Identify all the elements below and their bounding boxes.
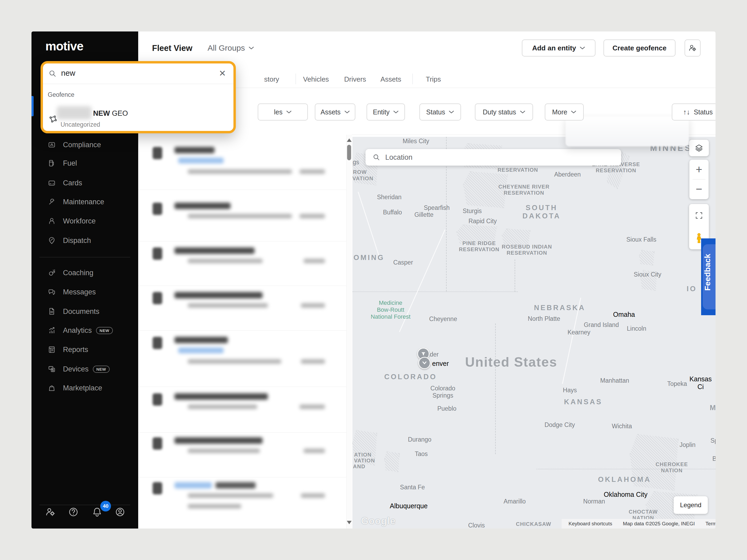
sidebar-item-workforce[interactable]: Workforce [31,213,138,229]
sidebar-item-documents[interactable]: Documents [31,303,138,320]
map-label: Aberdeen [554,171,581,178]
map-label: Sturgis [463,208,482,215]
map-label: Omaha [613,311,635,318]
search-query-text[interactable]: new [61,69,75,78]
sidebar-item-devices[interactable]: DevicesNEW [31,361,138,377]
list-item-address [188,449,260,453]
group-selector[interactable]: All Groups [208,44,254,53]
map-location-search[interactable]: Location [365,149,621,166]
keyboard-shortcuts-link[interactable]: Keyboard shortcuts [568,521,612,527]
sidebar-item-compliance[interactable]: Compliance [31,136,138,153]
map-label: Rapid City [468,218,497,225]
list-item-link[interactable] [178,158,224,163]
help-icon[interactable] [68,507,79,517]
chevron-down-icon [571,110,576,114]
legend-button[interactable]: Legend [674,496,708,514]
tab-trips[interactable]: Trips [426,75,441,83]
filter-status[interactable]: Status [419,104,461,121]
map-label: Hays [563,387,577,394]
zoom-out-button[interactable]: − [689,179,709,199]
close-icon[interactable]: ✕ [219,68,226,78]
filter-label: Assets [320,108,340,116]
chevron-down-icon [580,46,585,50]
user-gear-icon [688,44,697,52]
sidebar-item-fuel[interactable]: Fuel [31,155,138,171]
analytics-icon [48,326,56,335]
sidebar-item-reports[interactable]: Reports [31,341,138,358]
list-item-icon [153,393,162,406]
tab-vehicles[interactable]: Vehicles [303,75,329,83]
map-canvas[interactable]: Miles CityMINNESORESERVATIONgsROWVATIONA… [353,137,716,529]
profile-icon[interactable] [115,507,125,517]
google-watermark: Google [361,515,396,527]
scrollbar-thumb[interactable] [347,145,351,160]
list-divider [138,330,346,331]
filter-label: Duty status [483,108,516,116]
map-layers-button[interactable] [689,140,709,156]
filter-entity[interactable]: Entity [366,104,405,121]
map-label: Santa Fe [400,484,425,491]
search-input-row[interactable]: new ✕ [43,63,233,84]
sidebar-item-label: Compliance [63,141,101,149]
add-entity-button[interactable]: Add an entity [522,39,595,56]
result-category: Uncategorized [60,121,100,128]
admin-settings-button[interactable] [685,39,701,56]
sidebar-item-messages[interactable]: Messages [31,284,138,300]
sidebar-item-analytics[interactable]: AnalyticsNEW [31,322,138,339]
chevron-down-icon [520,110,525,114]
dispatch-icon [48,237,56,244]
search-result-item[interactable]: NEW GEO Uncategorized [43,103,233,130]
tab-story[interactable]: story [264,75,279,83]
map-label: Amarillo [504,498,525,505]
filter-assets[interactable]: Assets [315,104,355,121]
tab-assets[interactable]: Assets [381,75,401,83]
list-scrollbar[interactable] [346,135,352,529]
fullscreen-button[interactable] [689,204,709,227]
sort-by-status-button[interactable]: ↑↓Status [672,104,716,121]
map-label: Miles City [403,138,429,145]
map-cluster-marker[interactable] [418,357,431,369]
sidebar-item-cards[interactable]: Cards [31,175,138,191]
state-border [353,291,518,292]
tab-separator [295,74,296,84]
list-item-link[interactable] [175,482,212,488]
active-nav-indicator [31,96,34,116]
map-label: Kearney [567,329,590,336]
filter-les[interactable]: les [258,104,308,121]
list-item-timestamp [304,259,325,263]
create-geofence-button[interactable]: Create geofence [603,39,675,56]
list-item-icon [153,437,162,450]
admin-settings-icon[interactable] [45,507,56,517]
filter-label: Status [426,108,445,116]
map-label: Colorado Springs [430,385,455,399]
filter-duty-status[interactable]: Duty status [475,104,533,121]
sidebar-item-dispatch[interactable]: Dispatch [31,232,138,249]
road-line [399,230,445,332]
sidebar-item-marketplace[interactable]: Marketplace [31,380,138,396]
terms-link[interactable]: Terms [705,521,716,527]
page-title: Fleet View [152,44,192,53]
map-label: Lincoln [627,325,646,332]
scroll-down-arrow[interactable] [347,521,352,524]
zoom-in-button[interactable]: + [689,160,709,179]
sidebar-item-label: Fuel [63,159,77,167]
list-divider [138,241,346,241]
reservation-area [384,451,400,472]
filter-more[interactable]: More [545,104,584,121]
list-item-timestamp [301,494,325,498]
list-item-link[interactable] [178,347,224,353]
sidebar-item-maintenance[interactable]: Maintenance [31,194,138,210]
map-label: North Platte [528,315,560,322]
search-icon [48,69,57,78]
tab-drivers[interactable]: Drivers [344,75,366,83]
road-line [358,192,380,258]
list-item-address [188,303,268,308]
list-item-title [175,393,268,400]
entity-list-panel[interactable] [138,135,346,529]
filter-label: les [274,108,283,116]
reservation-area [630,434,678,491]
sidebar-item-coaching[interactable]: Coaching [31,265,138,281]
list-item-timestamp [304,449,325,453]
feedback-tab[interactable]: Feedback [701,238,716,315]
scroll-up-arrow[interactable] [347,138,352,142]
